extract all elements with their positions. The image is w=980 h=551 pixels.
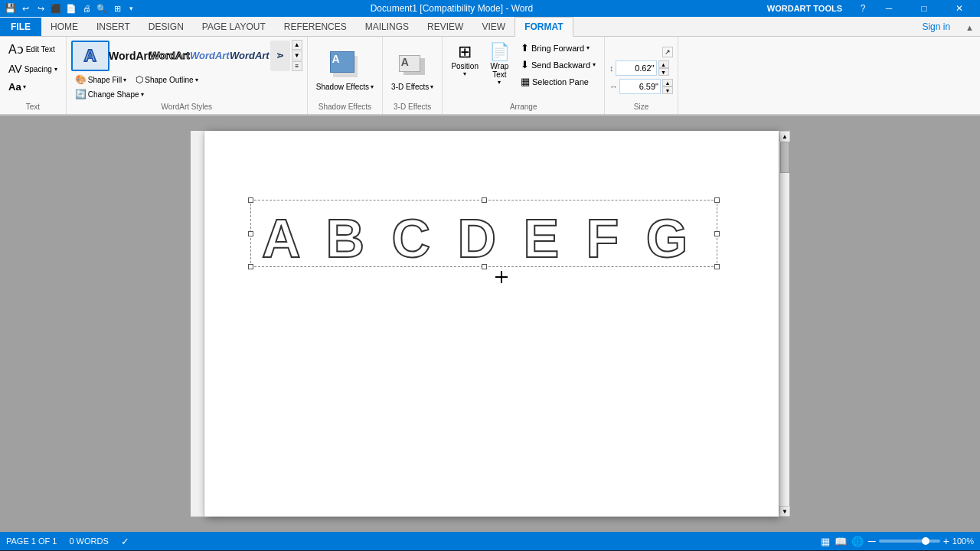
group-text: Aↄ Edit Text AV Spacing ▾ Aa ▾ Text [0,37,67,114]
shape-outline-btn[interactable]: ⬡ Shape Outline ▾ [132,73,201,86]
close-btn[interactable]: ✕ [942,0,977,17]
height-spin-down[interactable]: ▼ [658,68,669,76]
app-body: A B C D E F G ▲ ▼ [0,116,980,532]
position-btn[interactable]: ⊞ Position ▾ [447,40,482,80]
edit-text-btn[interactable]: Aↄ Edit Text [5,40,59,59]
height-spin-up[interactable]: ▲ [658,60,669,68]
tab-references[interactable]: REFERENCES [275,18,356,36]
wordart-style-vert-label: A [276,53,284,58]
handle-tl[interactable] [248,197,253,203]
wordart-svg: A B C D E F G [254,202,714,265]
size-expand-btn[interactable]: ↗ [662,47,673,57]
sign-in-link[interactable]: Sign in [913,18,959,36]
selection-pane-btn[interactable]: ▦ Selection Pane [517,73,599,90]
width-row: ↔ ▲ ▼ [609,79,673,94]
group-wordart-styles: A WordArt WordArt WordArt WordArt A [67,37,308,114]
statusbar: PAGE 1 OF 1 0 WORDS ✓ ▦ 📖 🌐 ─ + 100% [0,532,980,550]
send-backward-btn[interactable]: ⬇ Send Backward ▾ [517,57,599,73]
shadow-effects-btn[interactable]: Shadow Effects ▾ [314,82,376,92]
save-btn[interactable]: 💾 [3,2,17,15]
redo-btn[interactable]: ↪ [34,2,47,15]
handle-mr[interactable] [714,231,720,236]
ribbon-tabs: FILE HOME INSERT DESIGN PAGE LAYOUT REFE… [0,17,980,37]
collapse-ribbon-btn[interactable]: ▲ [959,19,980,36]
wordart-style-2[interactable]: WordArt [111,41,149,71]
zoom-level: 100% [952,536,974,546]
tab-home[interactable]: HOME [41,18,87,36]
handle-tr[interactable] [714,197,720,203]
zoom-out-btn[interactable]: ─ [868,535,876,547]
threed-effects-btn[interactable]: 3-D Effects ▾ [389,82,436,92]
document-page[interactable]: A B C D E F G [204,131,779,517]
send-backward-label: Send Backward [531,60,590,70]
threed-effects-label: 3-D Effects [391,83,429,91]
scroll-up-btn[interactable]: ▲ [779,131,790,142]
wrap-text-btn[interactable]: 📄 Wrap Text ▾ [485,40,514,88]
position-label: Position [451,62,479,70]
tab-page-layout[interactable]: PAGE LAYOUT [193,18,275,36]
scroll-down-btn[interactable]: ▼ [779,506,790,517]
tab-insert[interactable]: INSERT [87,18,139,36]
scroll-thumb[interactable] [780,142,789,173]
shadow-effects-dropdown-icon: ▾ [371,83,374,90]
tab-file[interactable]: FILE [0,18,41,36]
wordart-style-4[interactable]: WordArt [191,41,229,71]
qat-dropdown[interactable]: ▾ [126,2,136,15]
tab-format[interactable]: FORMAT [514,17,573,37]
spacing-dropdown-icon: ▾ [54,66,57,73]
wordart-style-vert[interactable]: A [270,41,290,71]
view-print-btn[interactable]: ▦ [821,536,830,547]
maximize-btn[interactable]: □ [906,0,942,17]
qat-btn-8[interactable]: ⊞ [110,2,124,15]
width-input[interactable] [619,79,661,94]
qat-btn-4[interactable]: ⬛ [49,2,63,15]
view-web-btn[interactable]: 🌐 [851,536,864,547]
handle-tm[interactable] [482,197,487,203]
group-3d-effects: A 3-D Effects ▾ 3-D Effects [383,37,443,114]
wordart-style-1[interactable]: A [71,41,109,71]
tab-view[interactable]: VIEW [472,18,514,36]
zoom-slider-track[interactable] [879,540,940,543]
spacing-btn[interactable]: AV Spacing ▾ [5,60,61,77]
handle-br[interactable] [714,264,720,269]
undo-btn[interactable]: ↩ [18,2,32,15]
handle-ml[interactable] [248,231,253,236]
wrap-text-label: Wrap [491,62,509,70]
change-shape-btn[interactable]: 🔄 Change Shape ▾ [71,87,302,101]
gallery-scroll-down[interactable]: ▼ [292,51,302,60]
wordart-selection[interactable]: A B C D E F G [250,200,717,267]
size-content: ↗ ↕ ▲ ▼ ↔ ▲ ▼ [609,40,673,101]
tab-mailings[interactable]: MAILINGS [356,18,418,36]
change-shape-dropdown: ▾ [141,91,144,98]
handle-bl[interactable] [248,264,253,269]
qat-btn-6[interactable]: 🖨 [80,2,93,15]
bring-forward-btn[interactable]: ⬆ Bring Forward ▾ [517,40,599,56]
threed-effects-icon: A [397,50,429,82]
width-spin-down[interactable]: ▼ [662,86,673,94]
aa-btn[interactable]: Aa ▾ [5,79,30,95]
position-icon: ⊞ [458,42,472,62]
help-btn[interactable]: ? [854,2,871,15]
statusbar-right: ▦ 📖 🌐 ─ + 100% [821,535,974,547]
tab-design[interactable]: DESIGN [139,18,193,36]
view-read-btn[interactable]: 📖 [835,536,847,547]
wordart-sub-btns: 🎨 Shape Fill ▾ ⬡ Shape Outline ▾ [71,73,302,86]
shape-fill-btn[interactable]: 🎨 Shape Fill ▾ [71,73,130,86]
minimize-btn[interactable]: ─ [871,0,906,17]
qat-btn-5[interactable]: 📄 [64,2,78,15]
shape-fill-icon: 🎨 [75,74,87,85]
qat-btn-7[interactable]: 🔍 [95,2,109,15]
wordart-style-3[interactable]: WordArt [151,41,189,71]
proofing-icon[interactable]: ✓ [121,536,129,547]
height-input[interactable] [616,60,657,76]
gallery-scroll-up[interactable]: ▲ [292,40,302,50]
zoom-in-btn[interactable]: + [943,535,949,547]
gallery-expand[interactable]: ≡ [292,61,302,71]
wrap-text-label2: Text [492,70,506,79]
width-spin-up[interactable]: ▲ [662,79,673,86]
tab-review[interactable]: REVIEW [418,18,472,36]
width-icon: ↔ [609,82,618,91]
wordart-style-5[interactable]: WordArt [230,41,269,71]
group-size-label: Size [609,103,673,111]
handle-bm[interactable] [482,264,487,269]
